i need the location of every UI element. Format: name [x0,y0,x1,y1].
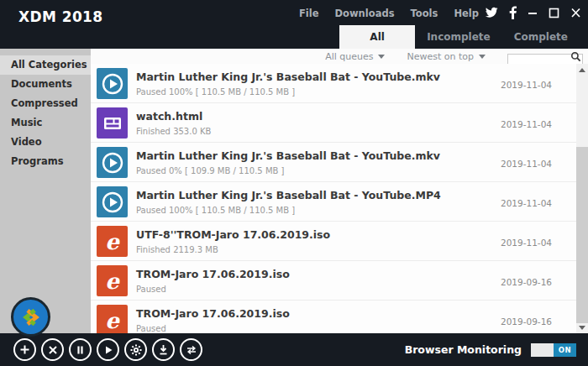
file-type-icon: e [97,186,128,217]
download-date: 2019-09-16 [501,277,552,287]
download-status: Paused [136,324,290,333]
download-title: Martin Luther King Jr.'s Baseball Bat - … [136,149,440,162]
queue-filter-label: All queues [325,51,373,62]
play-icon [101,72,124,96]
internet-explorer-icon: e [105,310,119,332]
download-info: watch.html Finished 353.0 KB [136,107,211,142]
cross-icon [48,345,58,355]
download-status: Paused 100% [ 110.5 MB / 110.5 MB ] [136,87,440,97]
cancel-download-button[interactable] [41,338,64,361]
download-info: Martin Luther King Jr.'s Baseball Bat - … [136,186,441,221]
file-type-icon: e [97,265,128,296]
download-row[interactable]: e Martin Luther King Jr.'s Baseball Bat … [91,64,576,103]
scroll-down-arrow[interactable] [576,322,588,333]
pause-download-button[interactable] [69,338,92,361]
download-row[interactable]: e TROM-Jaro 17.06.2019.iso Paused 2019-0… [91,301,576,333]
download-status: Paused [136,285,290,294]
xdm-logo-icon [18,305,44,330]
download-status: Finished 2119.3 MB [136,245,330,254]
menu-help[interactable]: Help [454,8,479,19]
download-row[interactable]: e Martin Luther King Jr.'s Baseball Bat … [91,182,576,222]
download-date: 2019-11-04 [501,119,552,129]
internet-explorer-icon: e [105,270,119,292]
download-date: 2019-11-04 [501,238,552,248]
sidebar-item[interactable]: Compressed [0,94,91,113]
download-status: Paused 0% [ 109.9 MB / 110.5 MB ] [136,166,440,175]
tab-all[interactable]: All [339,25,415,49]
download-info: TROM-Jaro 17.06.2019.iso Paused [136,265,290,300]
close-icon[interactable] [570,7,581,18]
download-icon [158,344,169,355]
download-title: UTF-8''TROM-Jaro 17.06.2019.iso [136,228,330,241]
xdm-logo [11,297,50,337]
webpage-icon [102,112,123,134]
download-info: Martin Luther King Jr.'s Baseball Bat - … [136,68,440,102]
browser-monitoring: Browser Monitoring ON [405,333,576,366]
window-controls [485,4,581,21]
sidebar-item[interactable]: All Categories [0,55,91,75]
tab-strip: All Incomplete Complete [339,25,580,49]
tab-complete[interactable]: Complete [502,25,580,49]
save-download-button[interactable] [152,338,175,361]
plus-icon [19,344,30,355]
download-title: TROM-Jaro 17.06.2019.iso [136,268,290,280]
download-date: 2019-09-16 [501,316,552,327]
download-info: Martin Luther King Jr.'s Baseball Bat - … [136,147,440,181]
sidebar-item[interactable]: Documents [0,75,91,94]
download-row[interactable]: e watch.html Finished 353.0 KB 2019-11-0… [91,103,576,143]
scrollbar-thumb[interactable] [576,147,588,323]
download-title: Martin Luther King Jr.'s Baseball Bat - … [136,189,441,201]
file-type-icon: e [97,305,128,333]
scroll-up-arrow[interactable] [576,64,588,76]
internet-explorer-icon: e [105,231,119,253]
browser-monitoring-toggle[interactable]: ON [531,343,576,357]
resume-download-button[interactable] [97,338,119,361]
pause-icon [76,345,85,355]
maximize-icon[interactable] [549,7,559,18]
twitter-icon[interactable] [485,7,498,18]
menu-downloads[interactable]: Downloads [335,8,395,19]
search-icon [570,51,581,62]
download-info: TROM-Jaro 17.06.2019.iso Paused [136,305,290,333]
tab-incomplete[interactable]: Incomplete [415,25,502,49]
sidebar-item[interactable]: Video [0,133,91,152]
swap-arrows-icon [186,345,197,355]
download-info: UTF-8''TROM-Jaro 17.06.2019.iso Finished… [136,226,330,260]
toggle-state: ON [554,343,576,357]
file-type-icon: e [97,107,128,139]
file-type-icon: e [97,147,128,178]
sort-dropdown[interactable]: Newest on top [407,51,486,62]
vertical-scrollbar [576,64,588,333]
download-row[interactable]: e TROM-Jaro 17.06.2019.iso Paused 2019-0… [91,261,576,301]
bottom-toolbar: Browser Monitoring ON [0,333,588,366]
chevron-down-icon [378,55,385,59]
download-list: e Martin Luther King Jr.'s Baseball Bat … [91,64,576,333]
sidebar-item[interactable]: Music [0,113,91,133]
download-date: 2019-11-04 [501,80,552,90]
download-date: 2019-11-04 [501,198,552,208]
menu-tools[interactable]: Tools [410,8,438,19]
download-panel: All queues Newest on top [91,49,588,333]
download-row[interactable]: e UTF-8''TROM-Jaro 17.06.2019.iso Finish… [91,222,576,261]
facebook-icon[interactable] [509,6,517,19]
play-icon [101,191,124,214]
app-title: XDM 2018 [18,8,103,25]
menu-file[interactable]: File [299,8,319,19]
download-date: 2019-11-04 [501,159,552,169]
play-icon [103,345,113,355]
minimize-icon[interactable] [528,7,538,18]
download-title: Martin Luther King Jr.'s Baseball Bat - … [136,71,440,83]
title-bar: XDM 2018 File Downloads Tools Help All I… [0,0,588,49]
sidebar-item[interactable]: Programs [0,152,91,171]
download-status: Finished 353.0 KB [136,127,211,136]
add-download-button[interactable] [13,338,36,361]
search-box [507,50,583,63]
browser-monitoring-label: Browser Monitoring [405,343,522,356]
download-status: Paused 100% [ 110.5 MB / 110.5 MB ] [136,206,441,215]
filter-bar: All queues Newest on top [91,49,588,64]
refresh-link-button[interactable] [180,338,202,361]
queue-filter-dropdown[interactable]: All queues [325,51,385,62]
settings-button[interactable] [124,338,147,361]
sort-label: Newest on top [407,51,474,62]
download-row[interactable]: e Martin Luther King Jr.'s Baseball Bat … [91,143,576,182]
